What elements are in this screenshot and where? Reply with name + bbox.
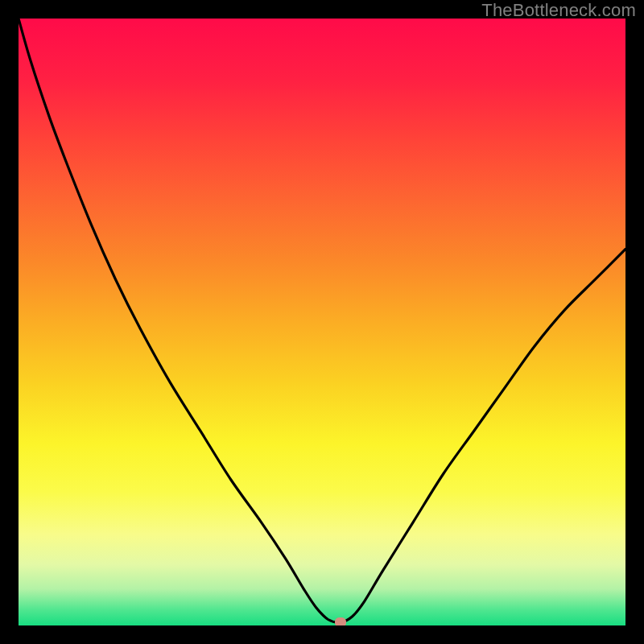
bottleneck-curve	[19, 19, 625, 625]
plot-area	[19, 19, 625, 625]
optimal-point-marker	[335, 617, 346, 625]
watermark-text: TheBottleneck.com	[481, 0, 636, 21]
chart-frame: TheBottleneck.com	[0, 0, 644, 644]
